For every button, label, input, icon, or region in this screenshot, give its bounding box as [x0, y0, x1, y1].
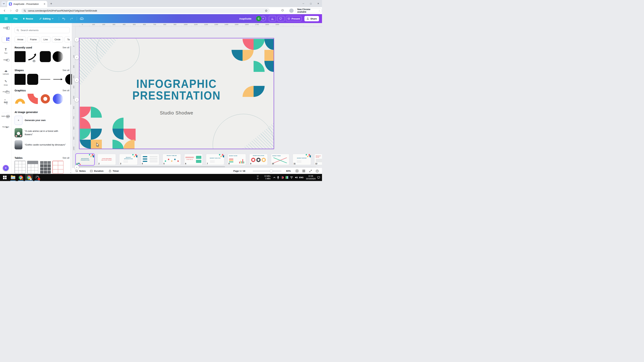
new-tab-button[interactable]: +	[49, 1, 53, 6]
clock[interactable]: 10:3615/10/2024	[306, 174, 316, 181]
grid-view-button[interactable]	[302, 168, 305, 174]
sidebar-item-uploads[interactable]: ☁↑ Uploads	[0, 69, 12, 79]
notification-center-icon[interactable]	[318, 174, 320, 181]
fit-view-button[interactable]	[296, 168, 298, 174]
chip-circle[interactable]: Circle	[52, 36, 63, 42]
recent-rounded-square[interactable]	[40, 51, 51, 62]
slide-thumbnail[interactable]: MARKET REPORT 11	[293, 154, 311, 165]
recording-app-icon[interactable]	[281, 174, 284, 181]
slide-thumbnail[interactable]: MARKET TREND 10	[271, 154, 289, 165]
extensions-puzzle-icon[interactable]	[280, 8, 285, 13]
chrome-update-chip[interactable]: New Chrome available ⋮	[295, 8, 322, 13]
tables-scroll-right-button[interactable]: ›	[75, 165, 79, 169]
tab-close-icon[interactable]: ✕	[44, 3, 46, 5]
shape-square[interactable]	[14, 74, 26, 85]
slide-subtitle[interactable]: Studio Shodwe	[80, 110, 274, 116]
start-button[interactable]	[2, 175, 7, 180]
graphics-scroll-right-button[interactable]: ›	[75, 98, 79, 102]
graphic-orange-ring[interactable]	[40, 93, 51, 104]
canva-assistant-button[interactable]: ✦	[3, 165, 9, 171]
chip-table[interactable]: Table	[64, 36, 70, 42]
slide-thumbnail[interactable]: MARKET EVALUATION 9	[250, 154, 268, 165]
fullscreen-button[interactable]	[309, 168, 312, 174]
table-filled[interactable]	[40, 161, 51, 174]
resize-menu[interactable]: ♛ Resize	[23, 14, 33, 23]
table-red-outline[interactable]	[52, 161, 64, 174]
undo-button[interactable]	[62, 14, 66, 23]
chips-scroll-right-button[interactable]: ›	[75, 37, 79, 42]
slide-thumbnail[interactable]: 6 OUT OF 10 6	[184, 154, 202, 165]
cloud-saved-icon[interactable]	[80, 14, 84, 23]
comments-button[interactable]	[278, 16, 284, 21]
chip-arrow[interactable]: Arrow	[14, 36, 26, 42]
obs-icon[interactable]	[35, 175, 40, 180]
zoom-level[interactable]: 60%	[286, 168, 291, 174]
editing-mode-dropdown[interactable]: Editing	[39, 14, 54, 23]
wifi-icon[interactable]	[290, 174, 293, 181]
zoom-slider-knob[interactable]	[270, 170, 273, 173]
filmstrip-scrollbar[interactable]	[76, 166, 316, 167]
tab-search-chevron-icon[interactable]	[2, 1, 6, 6]
graphic-blue-gradient-circle[interactable]	[52, 93, 64, 104]
recently-used-scroll-right-button[interactable]: ›	[75, 55, 79, 59]
recent-gradient-circle[interactable]	[52, 51, 64, 62]
chip-frame[interactable]: Frame	[27, 36, 40, 42]
site-info-icon[interactable]	[24, 9, 26, 12]
slide-thumbnail[interactable]: “STOP DREAMING AND START DOING” 2	[98, 154, 116, 165]
microphone-icon[interactable]	[277, 174, 279, 181]
shape-rounded-square[interactable]	[27, 74, 38, 85]
browser-profile-avatar[interactable]	[289, 8, 294, 13]
slide-thumbnail[interactable]: 4	[141, 154, 159, 165]
page-indicator[interactable]: Page 1 / 18	[233, 168, 245, 174]
ai-prompt-castle[interactable]: “Gothic castle surrounded by dinosaurs”	[14, 140, 66, 149]
system-utility-icon[interactable]	[286, 174, 288, 181]
file-menu[interactable]: File	[14, 14, 18, 23]
present-button[interactable]: Present	[286, 16, 302, 21]
see-all-shapes[interactable]: See all	[62, 69, 69, 71]
generate-your-own[interactable]: + Generate your own	[14, 116, 66, 125]
workspace-name[interactable]: AsapGuide	[239, 14, 252, 23]
window-maximize-button[interactable]: □	[307, 0, 314, 7]
see-all-tables[interactable]: See all	[62, 157, 69, 159]
account-avatar[interactable]: C	[256, 16, 262, 21]
window-minimize-button[interactable]: ─	[300, 0, 307, 7]
address-bar[interactable]: canva.com/design/DAGPmFasnPE/bdVQtx371kf…	[21, 8, 270, 13]
insights-chart-button[interactable]	[269, 16, 276, 21]
sidebar-item-design[interactable]: Design	[0, 26, 12, 36]
share-button[interactable]: Share	[304, 16, 319, 21]
url-text[interactable]: canva.com/design/DAGPmFasnPE/bdVQtx371kf…	[28, 9, 263, 12]
slide-thumbnail[interactable]: PROJECT TIMELINE 5	[163, 154, 181, 165]
slide-thumbnail[interactable]: MARKET SHARE 8	[228, 154, 246, 165]
sidebar-item-text[interactable]: T Text	[0, 47, 12, 58]
sidebar-item-projects[interactable]: Projects	[0, 90, 12, 100]
duration-button[interactable]: Duration	[90, 168, 104, 174]
slide-thumbnail[interactable]: INFOGRAPHIC PRESENTATION 1	[76, 154, 94, 165]
chrome-icon-2[interactable]	[27, 175, 31, 180]
graphic-orange-arch[interactable]	[14, 93, 26, 104]
graphic-red-quarter-arc[interactable]	[27, 93, 38, 104]
slide-selection-frame[interactable]: INFOGRAPHIC PRESENTATION Studio Shodwe	[79, 38, 274, 149]
shape-line[interactable]	[40, 74, 51, 85]
redo-button[interactable]	[70, 14, 73, 23]
shape-arrow[interactable]	[52, 74, 64, 85]
browser-tab[interactable]: AsapGuide - Presentation ✕	[7, 1, 47, 7]
panel-scrollbar[interactable]	[70, 41, 71, 172]
sidebar-item-elements[interactable]: Elements	[0, 37, 12, 47]
help-button[interactable]: ?	[316, 168, 319, 174]
chrome-menu-icon[interactable]: ⋮	[318, 9, 320, 12]
back-button[interactable]	[2, 8, 7, 13]
timer-button[interactable]: Timer	[108, 168, 119, 174]
panel-scroll-down-icon[interactable]: ▼	[70, 172, 72, 174]
zoom-slider[interactable]	[253, 171, 282, 172]
chrome-icon-1[interactable]	[18, 175, 23, 180]
slide-thumbnail[interactable]: MARKET ANALYSIS 7	[206, 154, 224, 165]
slide-thumbnail[interactable]: PROJECT INTRODUCTION 3	[120, 154, 137, 165]
see-all-graphics[interactable]: See all	[62, 89, 69, 92]
shapes-scroll-right-button[interactable]: ›	[75, 78, 79, 82]
design-canvas[interactable]: 0100200300400500600700800900100011001200…	[72, 23, 322, 153]
slide-thumbnail[interactable]: PRODUCT SALES 12	[314, 154, 322, 165]
search-input[interactable]	[20, 29, 68, 32]
chip-line[interactable]: Line	[41, 36, 51, 42]
slide-page-1[interactable]: INFOGRAPHIC PRESENTATION Studio Shodwe	[80, 38, 274, 149]
tray-expand-chevron-icon[interactable]	[273, 174, 276, 181]
